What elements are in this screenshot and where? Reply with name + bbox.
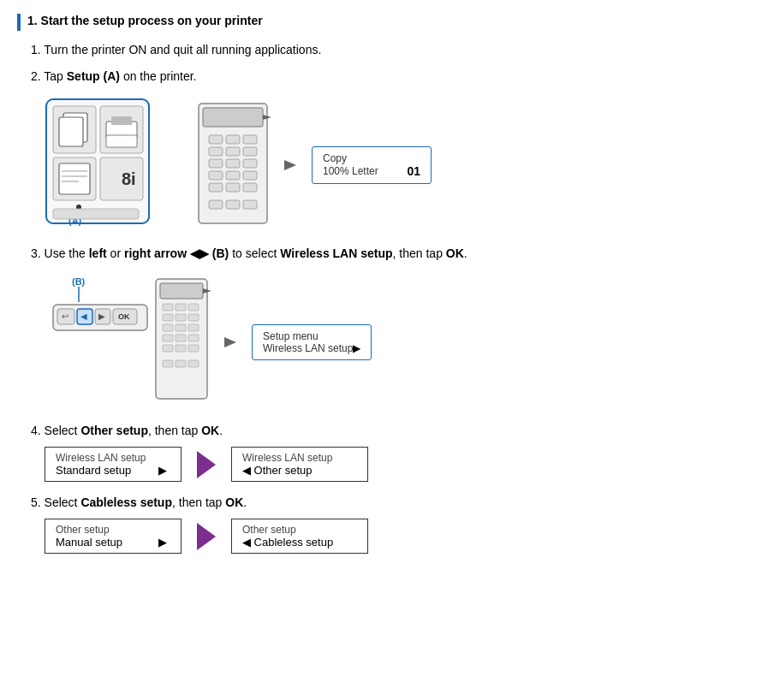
menu-box-2-right: Other setup ◀ Cableless setup: [231, 519, 368, 554]
menu1-left-label: Standard setup: [56, 464, 131, 477]
svg-rect-6: [59, 117, 83, 146]
step-4-bold2: OK: [201, 424, 219, 437]
svg-rect-52: [160, 283, 203, 299]
lcd2-arrow: ▶: [353, 342, 360, 354]
svg-rect-29: [243, 159, 257, 168]
svg-text:↩: ↩: [62, 311, 68, 321]
svg-text:(B): (B): [72, 276, 86, 287]
svg-rect-64: [176, 335, 186, 341]
menu-box-1-left-item: Standard setup ▶: [56, 464, 170, 477]
svg-rect-31: [226, 171, 240, 180]
menu1-left-arrow: ▶: [158, 464, 167, 477]
step-5: 5. Select Cableless setup, then tap OK. …: [31, 494, 757, 554]
lcd2-line2-row: Wireless LAN setup ▶: [263, 342, 360, 354]
step-3-mid: or: [107, 246, 124, 260]
svg-rect-71: [188, 360, 199, 367]
svg-rect-21: [209, 135, 223, 144]
step-2-text: 2. Tap Setup (A) on the printer.: [31, 68, 757, 86]
diagram-2: (B) ↩ ◀ ▶ OK: [45, 275, 757, 410]
lcd-line1: Copy: [323, 152, 420, 164]
lcd2-line2: Wireless LAN setup: [263, 342, 353, 354]
svg-rect-30: [209, 171, 223, 180]
svg-rect-25: [226, 147, 240, 156]
menu2-right-label: ◀ Cableless setup: [242, 536, 333, 549]
svg-rect-8: [111, 116, 132, 125]
svg-rect-69: [163, 360, 173, 367]
step-2-bold: Setup (A): [67, 69, 120, 83]
step-5-bold1: Cableless setup: [80, 495, 172, 509]
step-3-bold2: right arrow ◀▶ (B): [124, 246, 229, 260]
svg-rect-17: [53, 209, 139, 219]
section-title: 1. Start the setup process on your print…: [27, 14, 263, 27]
menu-box-1-left: Wireless LAN setup Standard setup ▶: [45, 447, 182, 482]
menu-row-1: Wireless LAN setup Standard setup ▶ Wire…: [45, 447, 757, 482]
svg-rect-35: [243, 183, 257, 192]
section-header: 1. Start the setup process on your print…: [17, 14, 757, 31]
svg-rect-28: [226, 159, 240, 168]
lcd-line2-row: 100% Letter 01: [323, 164, 420, 178]
svg-text:OK: OK: [118, 312, 130, 321]
svg-marker-72: [224, 337, 236, 347]
menu2-left-arrow: ▶: [158, 536, 167, 549]
step-5-bold2: OK: [225, 495, 243, 509]
menu-box-2-left: Other setup Manual setup ▶: [45, 519, 182, 554]
svg-rect-68: [188, 345, 199, 352]
svg-rect-36: [209, 200, 223, 209]
menu-box-2-left-item: Manual setup ▶: [56, 536, 170, 549]
printer-svg-1: 8i (A): [45, 98, 182, 230]
lcd-line2: 100% Letter: [323, 165, 378, 177]
step-5-text: 5. Select Cableless setup, then tap OK.: [31, 494, 757, 512]
menu-box-1-right-item: ◀ Other setup: [242, 464, 357, 477]
svg-rect-56: [188, 304, 199, 311]
svg-rect-24: [209, 147, 223, 156]
svg-rect-32: [243, 171, 257, 180]
svg-rect-63: [163, 335, 173, 341]
step-1-text: 1. Turn the printer ON and quit all runn…: [31, 41, 757, 59]
lcd-display-2: Setup menu Wireless LAN setup ▶: [252, 324, 372, 360]
svg-marker-39: [284, 160, 296, 170]
step-3-bold3: Wireless LAN setup: [280, 246, 392, 260]
menu2-left-label: Manual setup: [56, 536, 122, 549]
svg-rect-59: [188, 314, 199, 321]
svg-rect-37: [226, 200, 240, 209]
svg-rect-65: [188, 335, 199, 341]
connector-arrow-1: [284, 157, 303, 174]
svg-rect-34: [226, 183, 240, 192]
svg-rect-23: [243, 135, 257, 144]
menu-box-2-right-item: ◀ Cableless setup: [242, 536, 357, 549]
step-2: 2. Tap Setup (A) on the printer.: [31, 68, 757, 233]
step-2-suffix: on the printer.: [120, 69, 197, 83]
svg-rect-55: [176, 304, 186, 311]
step-2-num: 2. Tap: [31, 69, 67, 83]
step-4-bold1: Other setup: [80, 424, 148, 437]
svg-rect-9: [106, 135, 137, 147]
svg-rect-60: [163, 324, 173, 331]
step-1-content: Turn the printer ON and quit all running…: [44, 43, 321, 56]
lcd-number: 01: [407, 164, 420, 178]
svg-rect-33: [209, 183, 223, 192]
svg-rect-57: [163, 314, 173, 321]
menu-box-2-right-title: Other setup: [242, 524, 357, 536]
svg-rect-58: [176, 314, 186, 321]
svg-rect-26: [243, 147, 257, 156]
step-4-prefix: 4. Select: [31, 424, 80, 437]
lcd2-line1: Setup menu: [263, 330, 360, 342]
blue-bar: [17, 14, 21, 31]
printer-device-1: [190, 99, 276, 232]
step4-purple-arrow: [197, 451, 216, 478]
lcd-display-1: Copy 100% Letter 01: [312, 146, 432, 184]
arrow-svg-1: [284, 157, 303, 174]
step-3-prefix: 3. Use the: [31, 246, 89, 260]
svg-text:◀: ◀: [80, 311, 87, 321]
svg-rect-67: [176, 345, 186, 352]
step-3-mid2: to select: [229, 246, 280, 260]
svg-rect-70: [176, 360, 186, 367]
arrow-svg-2: [224, 334, 243, 351]
svg-rect-19: [203, 108, 263, 127]
printer-panel-1: 8i (A): [45, 98, 182, 233]
step-3-text: 3. Use the left or right arrow ◀▶ (B) to…: [31, 245, 757, 263]
svg-rect-66: [163, 345, 173, 352]
button-panel: (B) ↩ ◀ ▶ OK: [45, 275, 216, 410]
svg-rect-27: [209, 159, 223, 168]
step5-purple-arrow: [197, 523, 216, 550]
